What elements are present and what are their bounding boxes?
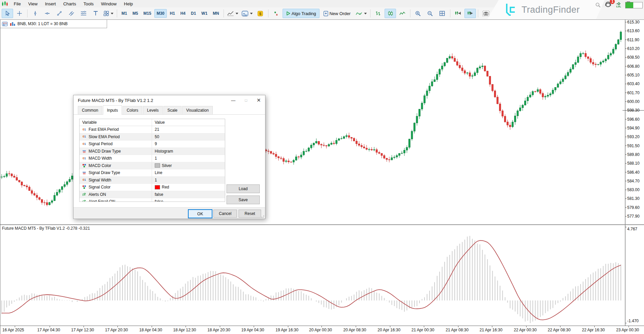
param-value-cell[interactable]: Histogram [152,149,225,154]
dropdown-arrow-icon[interactable] [236,13,238,14]
param-row[interactable]: MACD ColorSilver [80,162,225,170]
timeframe-mn[interactable]: MN [210,9,221,18]
dropdown-arrow-icon[interactable] [364,13,367,14]
dialog-title: Future MACD MT5 - By TFlab V1.2 1.2 [78,98,153,103]
dialog-title-bar[interactable]: Future MACD MT5 - By TFlab V1.2 1.2 — □ … [73,95,265,105]
tab-colors[interactable]: Colors [122,106,142,115]
timeframe-h4[interactable]: H4 [178,9,188,18]
menu-tools[interactable]: Tools [80,1,97,7]
trendline-button[interactable] [54,9,65,18]
line-chart-box-button[interactable] [226,9,240,18]
param-value-cell[interactable]: false [152,199,225,202]
algo-trading-button[interactable]: Algo Trading [283,9,319,18]
tile-windows-button[interactable] [437,9,448,18]
dollar-coin-button[interactable]: $ [255,9,266,18]
bars-chart-button[interactable] [373,9,384,18]
wave-nodes-button[interactable] [354,9,368,18]
horizontal-line-button[interactable] [42,9,53,18]
search-icon[interactable] [595,2,601,8]
param-value-cell[interactable]: 1 [152,178,225,182]
tab-inputs[interactable]: Inputs [103,105,122,115]
cursor-button[interactable] [2,9,13,18]
timeframe-m1[interactable]: M1 [119,9,130,18]
candles-chart-button[interactable] [385,9,396,18]
param-row[interactable]: Signal ColorRed [80,184,225,191]
lvl-indicator[interactable]: LVL [616,2,621,8]
param-value-cell[interactable]: Red [152,185,225,189]
macd-indicator-panel[interactable]: 4.767-1.470 [0,225,644,326]
param-value-cell[interactable]: 1 [152,156,225,161]
timeframe-d1[interactable]: D1 [189,9,198,18]
tab-scale[interactable]: Scale [163,106,182,115]
svg-text:605.10: 605.10 [627,73,640,77]
param-row[interactable]: 01Signal Width1 [80,177,225,184]
param-row[interactable]: Alert Email ONfalse [80,198,225,202]
shift-end-button[interactable] [452,9,464,18]
param-value-cell[interactable]: 50 [152,134,225,139]
time-tick [186,326,186,327]
shapes-button[interactable] [102,9,115,18]
auto-scroll-button[interactable] [464,9,476,18]
param-row[interactable]: MACD Draw TypeHistogram [80,148,225,155]
dropdown-arrow-icon[interactable] [250,13,253,14]
up-down-arrows-button[interactable] [270,9,282,18]
time-axis[interactable]: 16 Apr 202517 Apr 04:3017 Apr 12:3017 Ap… [0,326,644,334]
dropdown-arrow-icon[interactable] [111,13,113,14]
dialog-maximize-button[interactable]: □ [240,95,252,105]
param-row[interactable]: Signal Draw TypeLine [80,169,225,177]
param-value-cell[interactable]: 9 [152,142,225,146]
zoom-in-button[interactable] [412,9,424,18]
timeframe-m15[interactable]: M15 [141,9,153,18]
param-row[interactable]: 01Slow EMA Period50 [80,133,225,141]
param-type-draw-type-icon [82,149,87,153]
param-row[interactable]: 01Signal Period9 [80,141,225,148]
support-chat-icon[interactable]: 1 [605,1,612,9]
column-header-value[interactable]: Value [152,120,225,125]
param-name: Slow EMA Period [89,134,120,139]
save-button[interactable]: Save [227,196,260,204]
timeframe-h1[interactable]: H1 [167,9,177,18]
menu-help[interactable]: Help [120,1,137,7]
reset-button[interactable]: Reset [239,210,261,218]
menu-file[interactable]: File [10,1,24,7]
vertical-line-button[interactable] [30,9,41,18]
param-value-cell[interactable]: Line [152,170,225,175]
fibo-lines-button[interactable] [78,9,89,18]
dialog-close-button[interactable]: ✕ [252,95,265,105]
tab-visualization[interactable]: Visualization [182,106,213,115]
indicator-box-button[interactable] [240,9,254,18]
symbol-tab[interactable]: BNB, M30: 1 LOT = 30 BNB [0,20,107,28]
menu-charts[interactable]: Charts [59,1,80,7]
param-row[interactable]: 01Fast EMA Period21 [80,126,225,133]
param-value-cell[interactable]: 21 [152,127,225,132]
cancel-button[interactable]: Cancel [213,210,237,218]
time-tick [254,326,254,327]
tab-common[interactable]: Common [78,106,102,115]
text-tool-button[interactable] [90,9,101,18]
tab-levels[interactable]: Levels [143,106,163,115]
param-row[interactable]: Alerts ONfalse [80,191,225,199]
ok-button[interactable]: OK [188,209,212,218]
channel-icon [69,11,74,16]
menu-window[interactable]: Window [97,1,120,7]
param-row[interactable]: 01MACD Width1 [80,155,225,162]
menu-insert[interactable]: Insert [41,1,60,7]
dialog-resize-grip[interactable] [261,215,264,218]
crosshair-button[interactable] [14,9,25,18]
svg-text:588.10: 588.10 [627,161,640,166]
channel-button[interactable] [66,9,77,18]
dialog-minimize-button[interactable]: — [227,95,240,105]
timeframe-w1[interactable]: W1 [199,9,210,18]
menu-view[interactable]: View [24,1,41,7]
new-order-button[interactable]: New Order [320,9,354,18]
zoom-out-button[interactable] [425,9,436,18]
timeframe-m30[interactable]: M30 [154,9,167,18]
timeframe-m5[interactable]: M5 [130,9,141,18]
time-label: 19 Apr 16:30 [276,328,298,332]
column-header-variable[interactable]: Variable [80,119,152,126]
load-button[interactable]: Load [227,184,260,193]
line-chart-button[interactable] [397,9,408,18]
param-value-cell[interactable]: Silver [152,163,225,168]
param-value-cell[interactable]: false [152,192,225,197]
camera-button[interactable] [480,9,492,18]
